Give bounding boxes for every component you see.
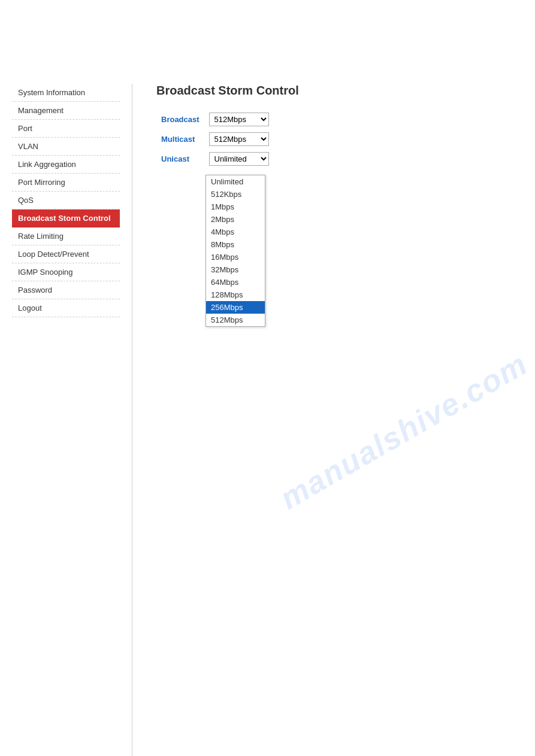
label-broadcast: Broadcast	[156, 110, 204, 129]
sidebar-item-rate-limiting[interactable]: Rate Limiting	[12, 227, 120, 245]
sidebar: System InformationManagementPortVLANLink…	[0, 84, 120, 756]
sidebar-item-igmp-snooping[interactable]: IGMP Snooping	[12, 263, 120, 281]
dropdown-option-1mbps[interactable]: 1Mbps	[206, 201, 265, 213]
form-row-multicast: MulticastUnlimited512Kbps1Mbps2Mbps4Mbps…	[156, 129, 274, 149]
form-row-broadcast: BroadcastUnlimited512Kbps1Mbps2Mbps4Mbps…	[156, 110, 274, 129]
select-unicast[interactable]: Unlimited512Kbps1Mbps2Mbps4Mbps8Mbps16Mb…	[209, 152, 269, 166]
dropdown-option-512kbps[interactable]: 512Kbps	[206, 188, 265, 201]
dropdown-option-64mbps[interactable]: 64Mbps	[206, 276, 265, 289]
page-title: Broadcast Storm Control	[156, 84, 523, 98]
form-row-unicast: UnicastUnlimited512Kbps1Mbps2Mbps4Mbps8M…	[156, 149, 274, 169]
unicast-dropdown[interactable]: Unlimited512Kbps1Mbps2Mbps4Mbps8Mbps16Mb…	[205, 175, 265, 327]
sidebar-item-management[interactable]: Management	[12, 102, 120, 120]
select-multicast[interactable]: Unlimited512Kbps1Mbps2Mbps4Mbps8Mbps16Mb…	[209, 132, 269, 146]
dropdown-option-4mbps[interactable]: 4Mbps	[206, 226, 265, 238]
sidebar-item-vlan[interactable]: VLAN	[12, 138, 120, 156]
main-content: Broadcast Storm Control BroadcastUnlimit…	[144, 84, 535, 756]
dropdown-option-16mbps[interactable]: 16Mbps	[206, 251, 265, 263]
sidebar-item-port-mirroring[interactable]: Port Mirroring	[12, 174, 120, 192]
watermark: manualshive.com	[274, 345, 534, 516]
sidebar-item-system-information[interactable]: System Information	[12, 84, 120, 102]
dropdown-option-2mbps[interactable]: 2Mbps	[206, 213, 265, 226]
label-multicast: Multicast	[156, 129, 204, 149]
sidebar-item-loop-detect-prevent[interactable]: Loop Detect/Prevent	[12, 245, 120, 263]
dropdown-option-512mbps[interactable]: 512Mbps	[206, 314, 265, 326]
dropdown-option-8mbps[interactable]: 8Mbps	[206, 238, 265, 251]
storm-control-form: BroadcastUnlimited512Kbps1Mbps2Mbps4Mbps…	[156, 110, 274, 169]
dropdown-option-128mbps[interactable]: 128Mbps	[206, 289, 265, 301]
dropdown-option-256mbps[interactable]: 256Mbps	[206, 301, 265, 314]
select-broadcast[interactable]: Unlimited512Kbps1Mbps2Mbps4Mbps8Mbps16Mb…	[209, 113, 269, 126]
sidebar-item-password[interactable]: Password	[12, 281, 120, 299]
sidebar-divider	[132, 84, 132, 756]
sidebar-item-link-aggregation[interactable]: Link Aggregation	[12, 156, 120, 174]
sidebar-item-broadcast-storm-control[interactable]: Broadcast Storm Control	[12, 210, 120, 227]
label-unicast: Unicast	[156, 149, 204, 169]
sidebar-item-port[interactable]: Port	[12, 120, 120, 138]
dropdown-option-unlimited[interactable]: Unlimited	[206, 175, 265, 188]
sidebar-item-qos[interactable]: QoS	[12, 192, 120, 210]
dropdown-option-32mbps[interactable]: 32Mbps	[206, 263, 265, 276]
sidebar-item-logout[interactable]: Logout	[12, 299, 120, 317]
